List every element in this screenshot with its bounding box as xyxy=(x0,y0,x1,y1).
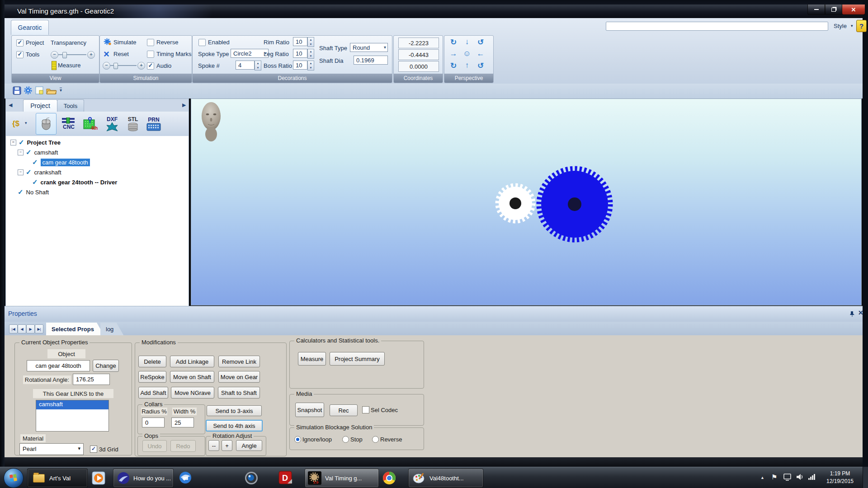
reset-view-face-icon[interactable] xyxy=(462,48,472,59)
taskbar-browser-button[interactable]: How do you ... xyxy=(113,469,174,488)
media-player-icon[interactable] xyxy=(91,471,107,485)
shaft-type-combo[interactable]: Round xyxy=(350,43,388,52)
taskbar-gearotic-button[interactable]: 2.0 Val Timing g... xyxy=(305,469,379,488)
tab-selected-props[interactable]: Selected Props xyxy=(46,323,104,335)
style-label[interactable]: Style xyxy=(834,23,847,29)
check-icon[interactable]: ✓ xyxy=(18,188,24,196)
check-icon[interactable]: ✓ xyxy=(26,168,32,176)
spoke-count-spinner[interactable] xyxy=(255,61,261,70)
braces-dropdown-icon[interactable]: ▾ xyxy=(25,121,27,125)
rotate-plus-button[interactable]: + xyxy=(222,440,232,451)
redo-button[interactable]: Redo xyxy=(170,440,196,452)
action-center-flag-icon[interactable]: ⚑ xyxy=(771,473,777,481)
rotate-angle-button[interactable]: Angle xyxy=(236,440,262,451)
grid3d-checkbox[interactable] xyxy=(90,446,97,453)
nav-next-icon[interactable]: ▶ xyxy=(26,324,35,333)
close-button[interactable]: ✕ xyxy=(842,5,865,15)
radius-input[interactable]: 0 xyxy=(142,418,165,427)
clock[interactable]: 1:19 PM 12/19/2015 xyxy=(821,470,859,485)
tree-item-no-shaft[interactable]: ✓ No Shaft xyxy=(18,188,49,197)
link-item-camshaft[interactable]: camshaft xyxy=(36,400,108,409)
ribbon-text-input[interactable] xyxy=(606,22,828,31)
collapse-icon[interactable]: − xyxy=(10,140,16,145)
title-bar[interactable]: Val Timing gears.gth - Gearotic2 ✕ xyxy=(5,5,863,19)
remove-link-button[interactable]: Remove Link xyxy=(218,356,260,367)
cam-gear-label-selected[interactable]: cam gear 48tooth xyxy=(41,159,90,166)
tools-checkbox[interactable] xyxy=(16,51,24,58)
crank-gear-label[interactable]: crank gear 24tooth -- Driver xyxy=(41,179,118,186)
open-folder-icon[interactable] xyxy=(46,87,57,95)
ignore-loop-radio[interactable] xyxy=(294,436,301,443)
collapse-icon[interactable]: − xyxy=(18,150,24,155)
check-icon[interactable]: ✓ xyxy=(19,138,24,146)
links-listbox[interactable]: camshaft xyxy=(36,400,109,432)
collapse-icon[interactable]: − xyxy=(18,169,24,175)
chrome-icon[interactable] xyxy=(382,471,397,485)
timing-marks-checkbox[interactable] xyxy=(147,51,154,58)
panel-close-icon[interactable]: ✕ xyxy=(858,309,863,316)
stop-radio[interactable] xyxy=(342,436,349,443)
speaker-icon[interactable] xyxy=(796,473,804,481)
add-linkage-button[interactable]: Add Linkage xyxy=(170,356,214,367)
speed-slider[interactable]: − + xyxy=(103,62,144,69)
reverse-checkbox[interactable] xyxy=(147,39,154,46)
help-button[interactable]: ? xyxy=(856,20,867,32)
shaft-dia-input[interactable]: 0.1969 xyxy=(354,56,388,65)
boss-ratio-input[interactable]: 10 xyxy=(293,61,307,70)
viewport-3d[interactable] xyxy=(191,99,862,305)
nav-first-icon[interactable]: |◀ xyxy=(9,324,18,333)
tray-overflow-icon[interactable]: ▲ xyxy=(760,475,764,480)
tab-tools[interactable]: Tools xyxy=(57,99,84,112)
measure-button[interactable]: Measure xyxy=(58,62,81,69)
spoke-count-input[interactable]: 4 xyxy=(236,61,255,70)
mouse-select-button[interactable] xyxy=(36,113,57,135)
restore-button[interactable] xyxy=(825,5,843,15)
crankshaft-label[interactable]: crankshaft xyxy=(34,169,61,176)
tree-root-label[interactable]: Project Tree xyxy=(27,139,61,146)
leg-ratio-input[interactable]: 10 xyxy=(293,49,307,58)
move-ngrave-button[interactable]: Move NGrave xyxy=(171,387,214,399)
shaft-to-shaft-button[interactable]: Shaft to Shaft xyxy=(218,387,260,399)
stl-export-button[interactable]: STL xyxy=(123,113,143,135)
delete-button[interactable]: Delete xyxy=(138,356,166,367)
rec-button[interactable]: Rec xyxy=(330,404,358,416)
taskbar-paint-button[interactable]: Val48tootht... xyxy=(408,469,483,488)
project-summary-button[interactable]: Project Summary xyxy=(330,352,385,366)
reverse-radio[interactable] xyxy=(372,436,379,443)
speed-minus-icon[interactable]: − xyxy=(103,62,110,70)
prn-export-button[interactable]: PRN xyxy=(143,113,164,135)
rim-ratio-spinner[interactable] xyxy=(307,37,314,47)
rim-ratio-input[interactable]: 10 xyxy=(293,37,307,46)
network-bars-icon[interactable] xyxy=(808,474,815,480)
minimize-button[interactable] xyxy=(807,5,826,15)
check-icon[interactable]: ✓ xyxy=(32,158,38,166)
pan-up-icon[interactable] xyxy=(462,60,472,71)
change-button[interactable]: Change xyxy=(93,360,119,372)
tabs-scroll-right-icon[interactable]: ▶ xyxy=(182,102,186,108)
material-combo[interactable]: Pearl xyxy=(19,443,84,455)
tree-item-cam-gear[interactable]: ✓ cam gear 48tooth xyxy=(32,158,90,167)
check-icon[interactable]: ✓ xyxy=(32,178,38,186)
reset-button[interactable]: Reset xyxy=(113,51,129,57)
taskbar-folder-button[interactable]: Art's Val xyxy=(27,469,88,488)
tab-project[interactable]: Project xyxy=(23,99,57,112)
project-checkbox[interactable] xyxy=(16,39,24,47)
nav-last-icon[interactable]: ▶| xyxy=(35,324,43,333)
tree-item-camshaft[interactable]: − ✓ camshaft xyxy=(18,148,58,157)
check-icon[interactable]: ✓ xyxy=(26,148,32,156)
script-braces-button[interactable]: {$ xyxy=(8,113,24,135)
pin-icon[interactable] xyxy=(849,311,855,317)
pan-down-icon[interactable] xyxy=(462,37,472,47)
respoke-button[interactable]: ReSpoke xyxy=(138,371,166,383)
camshaft-label[interactable]: camshaft xyxy=(34,149,58,156)
transparency-minus-icon[interactable]: − xyxy=(51,51,58,59)
add-shaft-button[interactable]: Add Shaft xyxy=(138,387,168,399)
show-desktop-button[interactable] xyxy=(863,467,868,488)
move-on-gear-button[interactable]: Move on Gear xyxy=(218,371,260,383)
speed-plus-icon[interactable]: + xyxy=(137,62,145,70)
send-3axis-button[interactable]: Send to 3-axis xyxy=(207,405,262,416)
tilt-ccw-icon[interactable] xyxy=(475,60,486,71)
fourth-axis-button[interactable]: 4th xyxy=(80,113,101,135)
settings-gear-icon[interactable] xyxy=(24,86,33,95)
new-note-icon[interactable] xyxy=(35,86,44,95)
